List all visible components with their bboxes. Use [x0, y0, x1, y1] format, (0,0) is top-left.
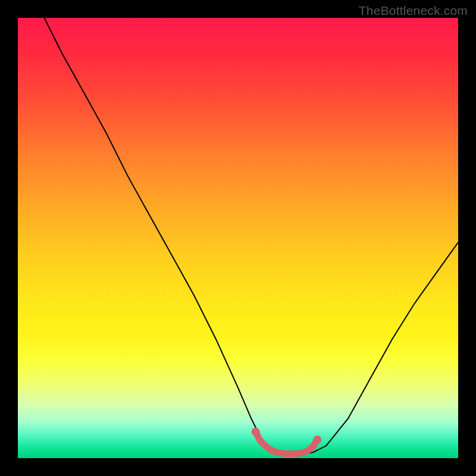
- optimal-zone-marker: [252, 428, 322, 454]
- optimal-zone-line: [256, 432, 318, 454]
- optimal-zone-end-dot: [313, 436, 321, 444]
- chart-plot-area: [18, 18, 458, 458]
- bottleneck-curve-line: [44, 18, 458, 454]
- watermark-text: TheBottleneck.com: [359, 4, 468, 18]
- optimal-zone-end-dot: [252, 428, 260, 436]
- chart-svg: [18, 18, 458, 458]
